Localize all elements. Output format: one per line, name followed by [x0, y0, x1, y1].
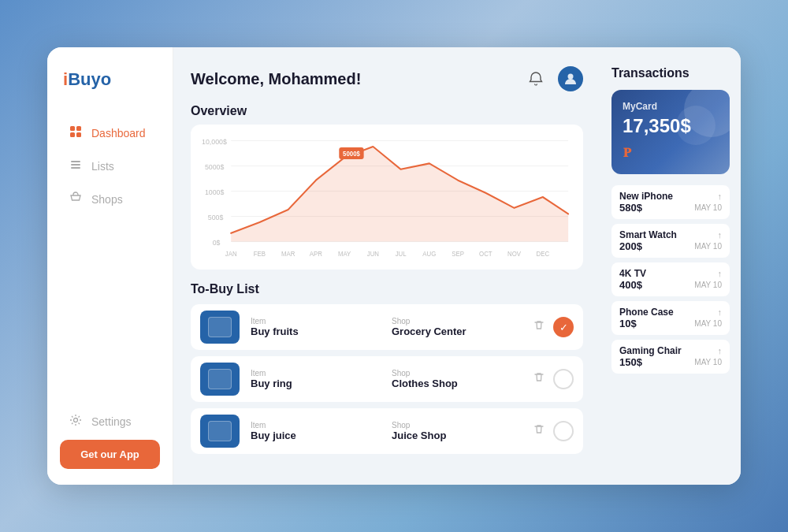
- item-thumb-inner-2: [208, 421, 232, 441]
- txn-name-4: Gaming Chair: [619, 345, 682, 356]
- logo: iBuyo: [60, 69, 160, 90]
- svg-point-8: [568, 74, 574, 80]
- txn-bottom-4: 150$ MAY 10: [619, 356, 722, 368]
- item-actions-1: [533, 369, 574, 389]
- txn-amount-0: 580$: [619, 202, 642, 214]
- svg-text:FEB: FEB: [254, 250, 266, 257]
- item-label-2: Item: [251, 421, 381, 430]
- txn-top-1: Smart Watch ↑: [619, 229, 722, 240]
- tobuy-item-0: Item Buy fruits Shop Grocery Center ✓: [191, 304, 583, 350]
- svg-text:1000$: 1000$: [205, 188, 224, 195]
- mycard-deco-circle2: [676, 106, 716, 145]
- user-avatar[interactable]: [558, 66, 583, 91]
- check-button-2[interactable]: [553, 421, 574, 441]
- txn-date-0: MAY 10: [694, 203, 722, 212]
- item-info-0: Item Buy fruits: [251, 317, 381, 337]
- welcome-text: Welcome, Mohammed!: [191, 70, 361, 88]
- delete-button-1[interactable]: [533, 371, 545, 387]
- mycard: MyCard 17,350$ 𝐏: [611, 90, 730, 174]
- transaction-item-2: 4K TV ↑ 400$ MAY 10: [611, 262, 730, 296]
- svg-point-7: [74, 419, 78, 422]
- overview-chart: 10,000$ 5000$ 1000$ 500$ 0$ 5000$ JAN FE…: [202, 134, 572, 260]
- shop-name-2: Juice Shop: [392, 430, 522, 441]
- tobuy-title: To-Buy List: [191, 282, 583, 296]
- transaction-item-3: Phone Case ↑ 10$ MAY 10: [611, 301, 730, 335]
- transactions-title: Transactions: [611, 66, 730, 80]
- check-button-1[interactable]: [553, 369, 574, 389]
- item-label-0: Item: [251, 317, 381, 326]
- app-container: iBuyo Dashboard Lists: [47, 47, 741, 485]
- svg-rect-0: [70, 126, 75, 131]
- txn-date-1: MAY 10: [694, 242, 722, 251]
- svg-text:10,000$: 10,000$: [202, 137, 227, 145]
- svg-text:JUN: JUN: [367, 250, 379, 257]
- transaction-item-1: Smart Watch ↑ 200$ MAY 10: [611, 224, 730, 258]
- item-name-1: Buy ring: [251, 378, 381, 389]
- txn-name-2: 4K TV: [619, 268, 646, 279]
- svg-text:5000$: 5000$: [343, 150, 360, 157]
- txn-arrow-3: ↑: [718, 307, 723, 317]
- sidebar-item-lists[interactable]: Lists: [60, 151, 160, 181]
- item-thumb-inner-1: [208, 369, 232, 389]
- svg-rect-3: [76, 132, 81, 137]
- item-label-1: Item: [251, 369, 381, 378]
- sidebar-item-lists-label: Lists: [91, 160, 114, 173]
- svg-text:MAY: MAY: [338, 250, 351, 257]
- txn-date-3: MAY 10: [694, 319, 722, 328]
- tobuy-item-2: Item Buy juice Shop Juice Shop: [191, 408, 583, 454]
- shop-info-2: Shop Juice Shop: [392, 421, 522, 441]
- shop-label-2: Shop: [392, 421, 522, 430]
- item-info-2: Item Buy juice: [251, 421, 381, 441]
- paypal-logo: 𝐏: [623, 143, 719, 165]
- txn-name-0: New iPhone: [619, 191, 673, 202]
- item-actions-0: ✓: [533, 317, 574, 337]
- svg-text:500$: 500$: [208, 213, 224, 221]
- txn-date-4: MAY 10: [694, 358, 722, 366]
- item-thumb-1: [200, 363, 240, 396]
- txn-amount-4: 150$: [619, 356, 642, 368]
- item-name-0: Buy fruits: [251, 326, 381, 337]
- txn-top-2: 4K TV ↑: [619, 268, 722, 279]
- check-button-0[interactable]: ✓: [553, 317, 574, 337]
- txn-arrow-0: ↑: [718, 192, 723, 201]
- svg-text:AUG: AUG: [422, 250, 436, 257]
- overview-title: Overview: [191, 104, 583, 118]
- sidebar-item-dashboard[interactable]: Dashboard: [60, 118, 160, 148]
- sidebar-item-dashboard-label: Dashboard: [91, 127, 146, 140]
- lists-icon: [68, 158, 84, 174]
- shop-name-1: Clothes Shop: [392, 378, 522, 389]
- shops-icon: [68, 192, 84, 207]
- transaction-item-0: New iPhone ↑ 580$ MAY 10: [611, 185, 730, 219]
- svg-rect-4: [71, 161, 80, 162]
- svg-text:NOV: NOV: [507, 250, 521, 257]
- get-app-button[interactable]: Get our App: [60, 440, 160, 469]
- tobuy-list: Item Buy fruits Shop Grocery Center ✓: [191, 304, 583, 454]
- txn-name-1: Smart Watch: [619, 229, 677, 240]
- sidebar-item-settings[interactable]: Settings: [60, 407, 160, 437]
- svg-text:SEP: SEP: [452, 250, 464, 257]
- logo-buyo: Buyo: [68, 69, 111, 89]
- txn-top-4: Gaming Chair ↑: [619, 345, 722, 356]
- txn-bottom-3: 10$ MAY 10: [619, 318, 722, 329]
- sidebar-item-shops[interactable]: Shops: [60, 184, 160, 214]
- svg-text:5000$: 5000$: [205, 162, 224, 170]
- item-thumb-2: [200, 415, 240, 448]
- txn-arrow-4: ↑: [718, 346, 723, 355]
- svg-rect-2: [70, 132, 75, 137]
- transaction-item-4: Gaming Chair ↑ 150$ MAY 10: [611, 340, 730, 374]
- delete-button-2[interactable]: [533, 423, 545, 439]
- svg-text:0$: 0$: [213, 238, 221, 246]
- delete-button-0[interactable]: [533, 319, 545, 335]
- transaction-list: New iPhone ↑ 580$ MAY 10 Smart Watch ↑ 2…: [611, 185, 730, 374]
- item-thumb-inner-0: [208, 317, 232, 337]
- svg-rect-6: [71, 167, 80, 169]
- txn-amount-1: 200$: [619, 240, 642, 252]
- main-header: Welcome, Mohammed!: [191, 66, 583, 91]
- shop-name-0: Grocery Center: [392, 326, 522, 337]
- svg-text:JUL: JUL: [396, 250, 407, 257]
- notification-bell-icon[interactable]: [523, 66, 548, 91]
- shop-label-0: Shop: [392, 317, 522, 326]
- shop-info-0: Shop Grocery Center: [392, 317, 522, 337]
- item-thumb-0: [200, 311, 240, 344]
- settings-icon: [68, 414, 84, 430]
